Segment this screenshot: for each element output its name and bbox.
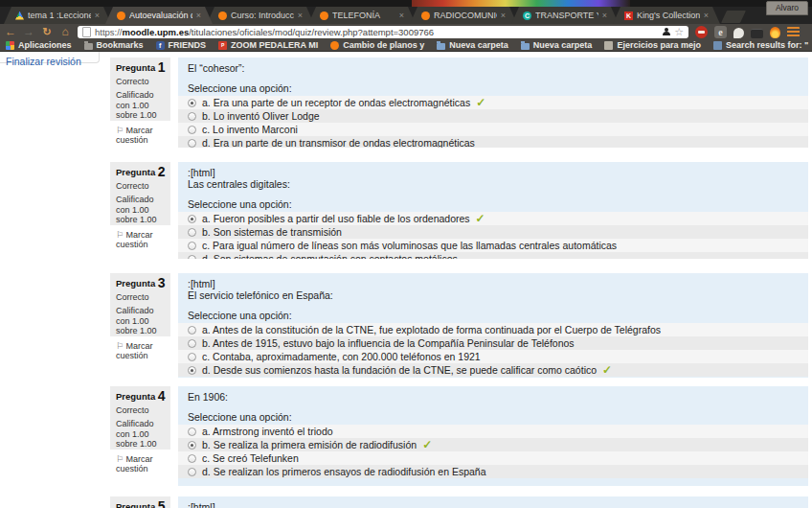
answer-list: a. Fueron posibles a partir del uso fiab… <box>178 212 808 259</box>
question-text: :[html] Las centrales digitales: <box>178 167 808 190</box>
bookmark-aplicaciones[interactable]: Aplicaciones <box>6 40 72 50</box>
bookmark-nueva-carpeta-2[interactable]: Nueva carpeta <box>521 40 593 50</box>
radio-button <box>188 215 196 223</box>
tab-telefonia[interactable]: TELEFONÍA <box>308 7 416 24</box>
correct-check-icon <box>422 439 432 450</box>
correct-check-icon <box>476 97 485 108</box>
close-icon[interactable] <box>602 12 607 20</box>
answer-option: d. Era un parte de un transmisor de onda… <box>178 136 808 148</box>
question-number: Pregunta 4 <box>116 391 167 403</box>
balloon-extension-icon[interactable] <box>733 28 744 38</box>
radio-button <box>188 326 196 335</box>
question-number: Pregunta 2 <box>116 167 167 178</box>
answer-list: a. Antes de la constitución de la CTNE, … <box>178 323 808 377</box>
folder-icon <box>84 43 93 50</box>
flag-question-link[interactable]: Marcar cuestión <box>116 454 167 474</box>
tab-radiocomunicacion[interactable]: RADIOCOMUNICACIÓN <box>410 7 517 24</box>
radio-button <box>188 228 196 237</box>
folder-icon <box>437 43 445 50</box>
flag-question-link[interactable]: Marcar cuestión <box>116 230 167 250</box>
answer-prompt: Seleccione una opción: <box>178 411 808 423</box>
radio-button <box>188 126 196 134</box>
answer-option: a. Antes de la constitución de la CTNE, … <box>178 323 808 336</box>
flame-extension-icon[interactable] <box>770 27 780 38</box>
close-icon[interactable] <box>298 12 303 20</box>
radio-button <box>188 353 196 361</box>
quiz-navigation-block: Finalizar revisión <box>0 52 100 63</box>
new-tab-button[interactable] <box>721 11 746 23</box>
drive-icon <box>15 12 24 20</box>
bookmark-bookmarks[interactable]: Bookmarks <box>84 40 144 50</box>
dark-extension-icon[interactable] <box>751 29 763 38</box>
wallpaper-strip <box>412 0 630 7</box>
question-info-box: Pregunta 5 Correcto Calificado con 1.00 … <box>110 496 170 508</box>
question-state: Correcto <box>116 77 167 87</box>
profile-button[interactable]: Alvaro <box>766 1 808 15</box>
finish-review-link[interactable]: Finalizar revisión <box>6 56 81 67</box>
window-frame <box>0 0 812 7</box>
question-content: :[html] Seleccione una opción: <box>178 496 808 508</box>
facebook-icon <box>156 41 165 50</box>
flag-question-link[interactable]: Marcar cuestión <box>116 341 167 361</box>
tab-kings-collections[interactable]: King's Collections : Onlin <box>613 7 720 24</box>
answer-option: b. Se realiza la primera emisión de radi… <box>178 438 808 451</box>
answer-list: a. Armstrong inventó el triodo b. Se rea… <box>178 425 808 478</box>
tab-transporte[interactable]: TRANSPORTE Y COMUNIC <box>511 7 619 24</box>
bookmark-nueva-carpeta-1[interactable]: Nueva carpeta <box>437 40 508 50</box>
close-icon[interactable] <box>95 12 100 20</box>
radio-button <box>188 112 196 121</box>
question-content: :[html] El servicio telefónico en España… <box>178 273 808 378</box>
radio-button <box>188 366 196 375</box>
radio-button <box>188 427 196 436</box>
back-button[interactable] <box>5 26 16 37</box>
question-state: Correcto <box>116 292 167 303</box>
radio-button <box>188 99 196 107</box>
flag-question-link[interactable]: Marcar cuestión <box>116 126 167 146</box>
question-info-box: Pregunta 2 Correcto Calificado con 1.00 … <box>110 162 170 225</box>
moodle-icon <box>330 41 339 50</box>
tab-title: TELEFONÍA <box>332 11 395 20</box>
adblock-extension-icon[interactable] <box>695 26 708 38</box>
radio-button <box>188 242 196 250</box>
answer-option: c. Se creó Telefunken <box>178 451 808 465</box>
answer-option: d. Desde sus comienzos hasta la fundació… <box>178 363 808 377</box>
answer-option: c. Para igual número de líneas son más v… <box>178 239 808 252</box>
person-icon[interactable] <box>662 28 670 36</box>
url-text[interactable]: https://moodle.upm.es/titulaciones/ofici… <box>95 27 658 37</box>
question-text: :[html] <box>178 501 808 508</box>
bookmark-zoom-pedalera[interactable]: ZOOM PEDALERA MI <box>218 40 318 50</box>
bookmark-star-icon[interactable] <box>674 27 684 37</box>
bookmark-search-results[interactable]: Search results for: " <box>713 40 808 50</box>
question-content: El “cohesor”: Seleccione una opción: a. … <box>178 58 808 148</box>
question-text: :[html] El servicio telefónico en España… <box>178 278 808 301</box>
tab-autoevaluacion[interactable]: Autoevaluación de las lec <box>105 7 213 24</box>
page-icon <box>82 27 91 37</box>
bookmark-cambio-de-planos[interactable]: Cambio de planos y <box>330 40 424 50</box>
bookmark-ejercicios[interactable]: Ejercicios para mejo <box>604 40 701 50</box>
teal-circle-icon <box>523 12 531 20</box>
radio-button <box>188 468 196 476</box>
evernote-extension-icon[interactable] <box>714 26 727 38</box>
tab-title: TRANSPORTE Y COMUNIC <box>535 11 598 20</box>
close-icon[interactable] <box>399 12 404 20</box>
pdf-icon <box>218 41 227 50</box>
bookmarks-bar: Aplicaciones Bookmarks FRIENDS ZOOM PEDA… <box>0 39 812 52</box>
close-icon[interactable] <box>501 12 506 20</box>
close-icon[interactable] <box>704 12 709 20</box>
menu-icon[interactable] <box>787 27 800 37</box>
moodle-icon <box>117 12 125 20</box>
question-number: Pregunta 3 <box>116 278 167 289</box>
forward-button[interactable] <box>23 26 34 37</box>
reload-button[interactable] <box>41 26 53 37</box>
home-button[interactable] <box>59 26 71 37</box>
bookmark-friends[interactable]: FRIENDS <box>156 40 207 50</box>
tab-title: Autoevaluación de las lec <box>129 11 192 20</box>
answer-option: a. Fueron posibles a partir del uso fiab… <box>178 212 808 225</box>
tab-tema1[interactable]: tema 1 :Lecciones 3 y 4 <box>4 7 111 24</box>
moodle-icon <box>421 12 430 20</box>
tab-curso[interactable]: Curso: Introducción a las <box>207 7 314 24</box>
tab-title: tema 1 :Lecciones 3 y 4 <box>28 11 91 20</box>
answer-option: a. Era una parte de un receptor de ondas… <box>178 96 808 109</box>
address-bar[interactable]: https://moodle.upm.es/titulaciones/ofici… <box>78 26 688 38</box>
close-icon[interactable] <box>196 12 201 20</box>
